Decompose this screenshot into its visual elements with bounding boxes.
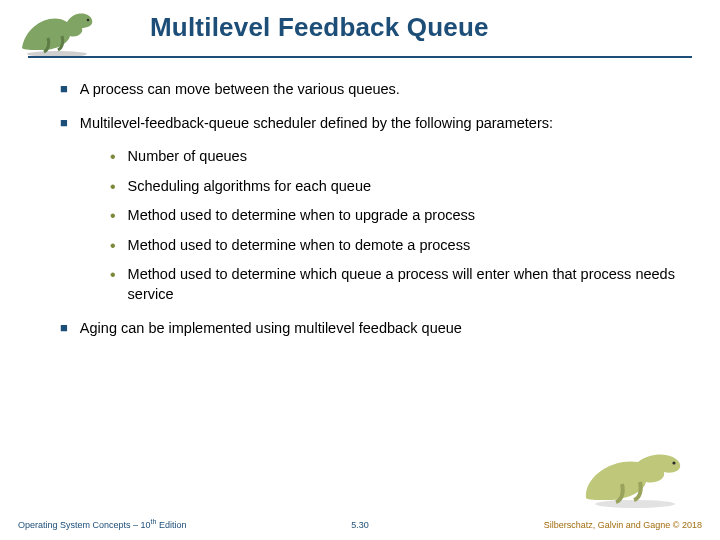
square-bullet-icon: ■: [60, 80, 68, 100]
sub-bullet-item: • Method used to determine when to upgra…: [110, 206, 680, 226]
dinosaur-top-icon: [12, 4, 102, 58]
footer-right: Silberschatz, Galvin and Gagne © 2018: [544, 520, 702, 530]
header: Multilevel Feedback Queue: [0, 0, 720, 62]
sub-bullet-text: Method used to determine which queue a p…: [128, 265, 680, 304]
bullet-item: ■ A process can move between the various…: [60, 80, 680, 100]
bullet-item: ■ Multilevel-feedback-queue scheduler de…: [60, 114, 680, 134]
dot-bullet-icon: •: [110, 147, 116, 167]
sub-bullet-item: • Method used to determine which queue a…: [110, 265, 680, 304]
bullet-text: Multilevel-feedback-queue scheduler defi…: [80, 114, 680, 134]
bullet-text: A process can move between the various q…: [80, 80, 680, 100]
sub-bullet-text: Number of queues: [128, 147, 680, 167]
sub-bullet-item: • Method used to determine when to demot…: [110, 236, 680, 256]
dinosaur-bottom-icon: [580, 440, 690, 510]
svg-point-1: [87, 19, 90, 22]
dot-bullet-icon: •: [110, 206, 116, 226]
svg-point-3: [672, 461, 675, 464]
square-bullet-icon: ■: [60, 114, 68, 134]
dot-bullet-icon: •: [110, 236, 116, 256]
bullet-item: ■ Aging can be implemented using multile…: [60, 319, 680, 339]
slide: Multilevel Feedback Queue ■ A process ca…: [0, 0, 720, 540]
footer: Operating System Concepts – 10th Edition…: [0, 514, 720, 540]
sub-bullet-text: Method used to determine when to upgrade…: [128, 206, 680, 226]
square-bullet-icon: ■: [60, 319, 68, 339]
dot-bullet-icon: •: [110, 177, 116, 197]
slide-title: Multilevel Feedback Queue: [150, 12, 489, 43]
sub-bullet-item: • Number of queues: [110, 147, 680, 167]
sub-bullet-text: Scheduling algorithms for each queue: [128, 177, 680, 197]
sub-bullet-list: • Number of queues • Scheduling algorith…: [110, 147, 680, 304]
header-rule: [28, 56, 692, 58]
left-stripe: [0, 0, 26, 540]
sub-bullet-item: • Scheduling algorithms for each queue: [110, 177, 680, 197]
sub-bullet-text: Method used to determine when to demote …: [128, 236, 680, 256]
bullet-text: Aging can be implemented using multileve…: [80, 319, 680, 339]
content-area: ■ A process can move between the various…: [60, 80, 680, 352]
dot-bullet-icon: •: [110, 265, 116, 304]
